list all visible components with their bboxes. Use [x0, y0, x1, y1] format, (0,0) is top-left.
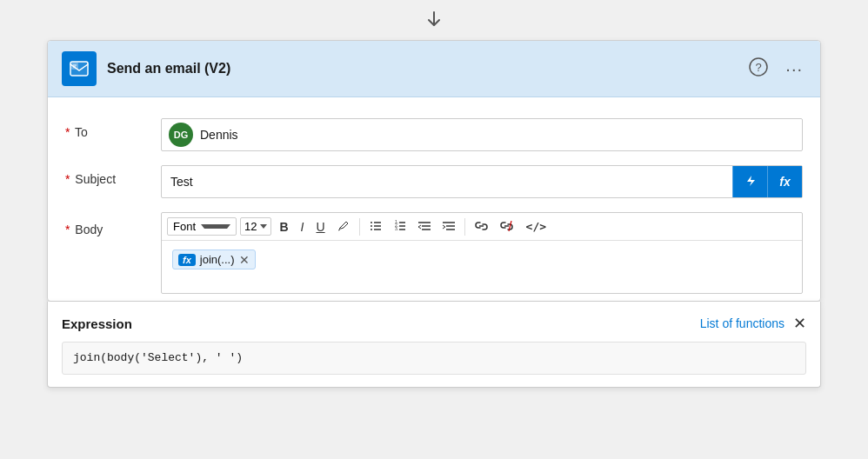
- app-icon: [62, 51, 97, 86]
- unlink-icon: [500, 220, 514, 234]
- increase-indent-icon: [443, 220, 455, 234]
- expression-panel-header: Expression List of functions ✕: [62, 314, 806, 333]
- card-title: Send an email (V2): [107, 61, 745, 76]
- link-icon: [475, 220, 488, 234]
- svg-point-9: [371, 229, 372, 230]
- to-field: DG Dennis: [161, 118, 803, 151]
- close-icon: ✕: [793, 314, 806, 333]
- dynamic-content-button[interactable]: [732, 166, 767, 197]
- expression-chip[interactable]: fx join(...) ✕: [172, 249, 256, 269]
- expression-close-button[interactable]: ✕: [793, 314, 806, 333]
- body-editor: Font 12 B: [161, 212, 803, 294]
- font-chevron-icon: [201, 224, 230, 229]
- code-view-button[interactable]: </>: [522, 217, 551, 236]
- italic-button[interactable]: I: [297, 217, 309, 236]
- to-row: * To DG Dennis: [48, 111, 820, 158]
- pen-icon: [337, 219, 350, 234]
- dynamic-content-icon: [743, 173, 758, 191]
- increase-indent-button[interactable]: [438, 217, 459, 236]
- toolbar-separator-1: [359, 218, 360, 236]
- subject-input-wrapper: fx: [161, 165, 803, 198]
- card-header: Send an email (V2) ? ···: [48, 41, 820, 97]
- editor-toolbar: Font 12 B: [162, 213, 802, 241]
- unlink-button[interactable]: [496, 217, 518, 236]
- decrease-indent-icon: [418, 220, 431, 234]
- fx-icon: fx: [779, 175, 790, 189]
- ordered-list-icon: 1. 2. 3.: [394, 219, 406, 234]
- svg-text:?: ?: [756, 61, 762, 74]
- header-actions: ? ···: [745, 54, 806, 84]
- list-of-functions-link[interactable]: List of functions: [700, 316, 785, 330]
- editor-content[interactable]: fx join(...) ✕: [162, 241, 802, 293]
- chip-close-button[interactable]: ✕: [239, 254, 250, 266]
- fx-badge: fx: [178, 254, 196, 266]
- size-chevron-icon: [260, 224, 267, 229]
- expression-code: join(body('Select'), ' '): [62, 342, 806, 375]
- toolbar-separator-2: [464, 218, 465, 236]
- to-label: * To: [65, 118, 161, 139]
- link-button[interactable]: [471, 217, 492, 236]
- help-button[interactable]: ?: [745, 54, 771, 84]
- subject-row: * Subject: [48, 158, 820, 205]
- svg-point-5: [371, 222, 372, 223]
- expression-panel: Expression List of functions ✕ join(body…: [47, 302, 821, 388]
- more-icon: ···: [785, 59, 803, 79]
- expression-header-right: List of functions ✕: [700, 314, 806, 333]
- expression-title: Expression: [62, 316, 132, 331]
- underline-button[interactable]: U: [311, 217, 329, 236]
- svg-rect-1: [71, 63, 78, 70]
- flow-connector-arrow: [424, 9, 444, 35]
- expression-button[interactable]: fx: [767, 166, 802, 197]
- bold-button[interactable]: B: [275, 217, 292, 236]
- subject-input[interactable]: [162, 170, 732, 194]
- svg-text:3.: 3.: [395, 226, 398, 231]
- code-icon: </>: [526, 220, 546, 233]
- more-options-button[interactable]: ···: [782, 56, 806, 83]
- svg-point-7: [371, 225, 372, 227]
- font-selector[interactable]: Font: [167, 217, 237, 236]
- body-label: * Body: [65, 212, 161, 236]
- ordered-list-button[interactable]: 1. 2. 3.: [390, 216, 411, 236]
- chip-label: join(...): [200, 253, 235, 266]
- highlight-button[interactable]: [333, 216, 354, 236]
- unordered-list-button[interactable]: [365, 216, 386, 236]
- unordered-list-icon: [370, 219, 382, 234]
- subject-actions: fx: [732, 166, 802, 197]
- to-name: Dennis: [200, 128, 238, 142]
- body-row: * Body Font 12: [48, 205, 820, 301]
- decrease-indent-button[interactable]: [414, 217, 435, 236]
- subject-field: fx: [161, 165, 803, 198]
- card-body: * To DG Dennis * Subject: [48, 97, 820, 301]
- to-input[interactable]: DG Dennis: [161, 118, 803, 151]
- avatar: DG: [169, 123, 193, 147]
- send-email-card: Send an email (V2) ? ···: [47, 40, 821, 302]
- subject-label: * Subject: [65, 165, 161, 186]
- font-size-selector[interactable]: 12: [240, 217, 271, 236]
